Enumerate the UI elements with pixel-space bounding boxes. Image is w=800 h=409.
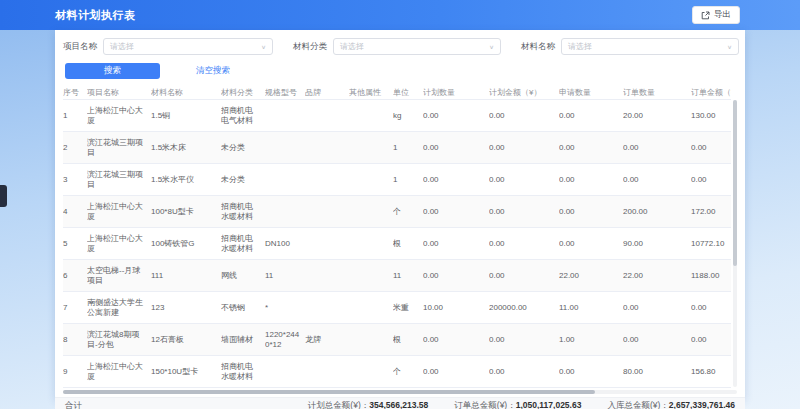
table-cell: 0.00 [559, 132, 623, 164]
table-cell: 米重 [393, 292, 423, 324]
table-cell: 0.00 [489, 356, 559, 388]
material-category-select[interactable]: 请选择 ∨ [333, 38, 501, 55]
table-cell [305, 164, 349, 196]
drawer-handle[interactable] [0, 185, 7, 207]
table-cell: 4 [63, 196, 87, 228]
material-name-label: 材料名称 [521, 41, 555, 53]
table-cell: 个 [393, 196, 423, 228]
filter-category: 材料分类 请选择 ∨ [293, 38, 521, 55]
table-cell [305, 356, 349, 388]
project-name-select[interactable]: 请选择 ∨ [103, 38, 273, 55]
table-cell: 0.00 [423, 356, 489, 388]
table-row[interactable]: 5上海松江中心大厦100铸铁管G招商机电 水暖材料DN100根0.000.000… [63, 228, 731, 260]
table-row[interactable]: 1上海松江中心大厦1.5铜招商机电 电气材料kg0.000.000.0020.0… [63, 100, 731, 132]
table-cell [349, 164, 393, 196]
project-name-placeholder: 请选择 [110, 41, 134, 52]
export-button-label: 导出 [714, 9, 731, 21]
table-cell [349, 260, 393, 292]
table-cell: 123 [151, 292, 221, 324]
table-cell: 不锈钢 [221, 292, 265, 324]
chevron-down-icon: ∨ [489, 43, 494, 49]
material-plan-table: 序号项目名称材料名称材料分类规格型号品牌其他属性单位计划数量计划金额（¥）申请数… [63, 85, 731, 388]
table-cell: 0.00 [423, 100, 489, 132]
vertical-scrollbar-thumb[interactable] [733, 100, 737, 266]
table-cell: 0.00 [691, 132, 731, 164]
table-cell: 未分类 [221, 164, 265, 196]
column-header: 序号 [63, 85, 87, 100]
horizontal-scrollbar-track [63, 390, 737, 394]
table-row[interactable]: 8滨江花城8期项目-分包12石膏板墙面辅材1220*2440*12龙牌根0.00… [63, 324, 731, 356]
table-cell: 南侧盛达大学生公寓新建 [87, 292, 151, 324]
table-cell: 0.00 [489, 100, 559, 132]
table-row[interactable]: 3滨江花城三期项目1.5米水平仪未分类10.000.000.000.000.00 [63, 164, 731, 196]
table-cell: 100*8U型卡 [151, 196, 221, 228]
table-cell: 滨江花城三期项目 [87, 132, 151, 164]
table-cell: DN100 [265, 228, 305, 260]
column-header: 订单金额（¥） [691, 85, 731, 100]
table-cell: 156.80 [691, 356, 731, 388]
table-cell: 1.5铜 [151, 100, 221, 132]
table-cell: 上海松江中心大厦 [87, 100, 151, 132]
table-cell: 0.00 [559, 356, 623, 388]
table-cell: 招商机电 电气材料 [221, 100, 265, 132]
table-row[interactable]: 6太空电梯--月球项目111网线11110.000.0022.0022.0011… [63, 260, 731, 292]
column-header: 单位 [393, 85, 423, 100]
horizontal-scrollbar-thumb[interactable] [63, 390, 595, 394]
column-header: 规格型号 [265, 85, 305, 100]
action-bar: 搜索 清空搜索 [65, 63, 745, 79]
table-cell [265, 132, 305, 164]
table-cell: 3 [63, 164, 87, 196]
table-cell [305, 228, 349, 260]
table-cell: 根 [393, 228, 423, 260]
table-cell [265, 356, 305, 388]
table-row[interactable]: 9上海松江中心大厦150*10U型卡招商机电 水暖材料个0.000.000.00… [63, 356, 731, 388]
chevron-down-icon: ∨ [261, 43, 266, 49]
table-row[interactable]: 4上海松江中心大厦100*8U型卡招商机电 水暖材料个0.000.000.002… [63, 196, 731, 228]
table-cell: 200.00 [623, 196, 691, 228]
material-name-select[interactable]: 请选择 ∨ [561, 38, 739, 55]
table-row[interactable]: 7南侧盛达大学生公寓新建123不锈钢*米重10.00200000.0011.00… [63, 292, 731, 324]
table-cell: 0.00 [691, 164, 731, 196]
table-cell [349, 132, 393, 164]
table-cell: 墙面辅材 [221, 324, 265, 356]
column-header: 订单数量 [623, 85, 691, 100]
table-cell: 0.00 [423, 164, 489, 196]
table-cell: 上海松江中心大厦 [87, 356, 151, 388]
table-cell: 1188.00 [691, 260, 731, 292]
table-cell: 0.00 [489, 196, 559, 228]
table-cell: 5 [63, 228, 87, 260]
summary-items: 计划总金额(¥)：354,566,213.58订单总金额(¥)：1,050,11… [308, 400, 735, 409]
table-cell: 0.00 [623, 324, 691, 356]
column-header: 材料分类 [221, 85, 265, 100]
summary-item: 计划总金额(¥)：354,566,213.58 [308, 400, 428, 409]
table-cell: 根 [393, 324, 423, 356]
table-cell: 0.00 [423, 260, 489, 292]
table-cell: 0.00 [691, 292, 731, 324]
summary-item: 订单总金额(¥)：1,050,117,025.63 [454, 400, 581, 409]
table-cell: 172.00 [691, 196, 731, 228]
table-row[interactable]: 2滨江花城三期项目1.5米木床未分类10.000.000.000.000.00 [63, 132, 731, 164]
table-cell [265, 100, 305, 132]
table-cell [265, 196, 305, 228]
table-cell [305, 260, 349, 292]
table-cell [349, 228, 393, 260]
clear-search-button[interactable]: 清空搜索 [190, 64, 236, 78]
table-cell: 20.00 [623, 100, 691, 132]
table-cell: 6 [63, 260, 87, 292]
filter-bar: 项目名称 请选择 ∨ 材料分类 请选择 ∨ 材料名称 请选择 ∨ [55, 30, 745, 55]
project-name-label: 项目名称 [63, 41, 97, 53]
table-cell: 10772.10 [691, 228, 731, 260]
table-cell: 2 [63, 132, 87, 164]
column-header: 项目名称 [87, 85, 151, 100]
table-cell: 上海松江中心大厦 [87, 228, 151, 260]
table-cell [349, 292, 393, 324]
main-card: 项目名称 请选择 ∨ 材料分类 请选择 ∨ 材料名称 请选择 ∨ 搜索 清空搜索 [55, 30, 745, 400]
column-header: 材料名称 [151, 85, 221, 100]
table-cell: 0.00 [489, 228, 559, 260]
table-cell: 滨江花城8期项目-分包 [87, 324, 151, 356]
export-button[interactable]: 导出 [692, 6, 740, 24]
column-header: 计划数量 [423, 85, 489, 100]
table-cell: 招商机电 水暖材料 [221, 356, 265, 388]
filter-project: 项目名称 请选择 ∨ [63, 38, 293, 55]
search-button[interactable]: 搜索 [65, 63, 160, 79]
